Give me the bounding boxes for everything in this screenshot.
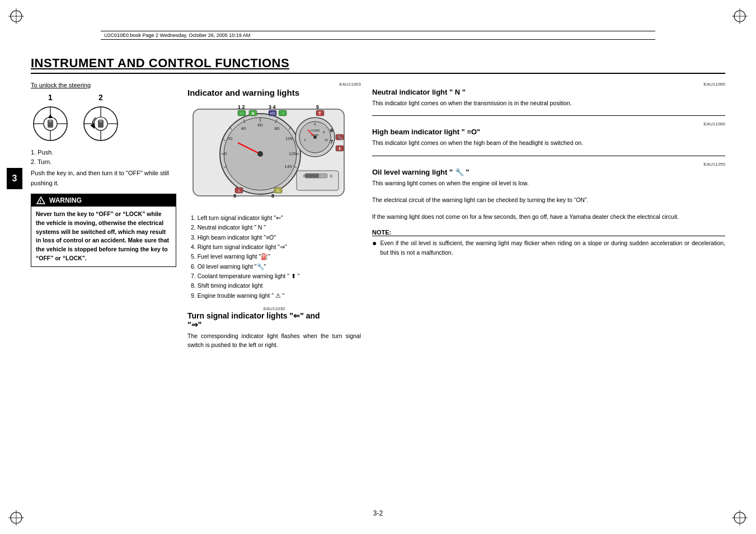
- note-text: Even if the oil level is sufficient, the…: [380, 238, 725, 257]
- svg-text:⚠: ⚠: [237, 189, 241, 193]
- highbeam-heading: High beam indicator light " ≡O": [372, 128, 725, 136]
- indicator-list: 1. Left turn signal indicator light "⇐" …: [187, 213, 361, 301]
- highbeam-desc: This indicator light comes on when the h…: [372, 138, 725, 147]
- page-number: 3-2: [373, 509, 383, 517]
- svg-text:20: 20: [228, 136, 233, 141]
- dashboard-wrap: 60 80 100 120 140 40 20 0 ×1000 r/min: [187, 101, 361, 209]
- neutral-section: EAU11060 Neutral indicator light " N " T…: [372, 82, 725, 107]
- svg-text:120: 120: [289, 151, 297, 156]
- top-info-bar: U2C010E0.book Page 2 Wednesday, October …: [101, 31, 655, 40]
- svg-text:10: 10: [325, 138, 328, 142]
- svg-text:≡O: ≡O: [270, 111, 275, 115]
- turn-signal-title: Turn signal indicator lights "⇐" and"⇒": [187, 311, 361, 329]
- steering-diagram-2: [81, 104, 120, 143]
- warning-header: ! WARNING: [31, 194, 176, 207]
- svg-text:9: 9: [233, 193, 236, 199]
- svg-text:0: 0: [224, 151, 227, 156]
- svg-text:!: !: [40, 199, 41, 204]
- turn-signal-body: The corresponding indicator light flashe…: [187, 331, 361, 350]
- right-column: EAU11060 Neutral indicator light " N " T…: [372, 82, 725, 349]
- warning-label: WARNING: [49, 196, 82, 204]
- list-item: 3. High beam indicator light "≡O": [189, 233, 361, 242]
- note-section: NOTE: ● Even if the oil level is suffici…: [372, 229, 725, 257]
- svg-text:←: ←: [240, 111, 244, 116]
- list-item: 7. Coolant temperature warning light " ⬆…: [189, 271, 361, 281]
- svg-point-54: [257, 151, 263, 157]
- svg-text:60: 60: [258, 123, 263, 128]
- indicator-title: Indicator and warning lights: [187, 88, 361, 97]
- svg-text:🔧: 🔧: [337, 135, 342, 140]
- left-column: To unlock the steering 1: [31, 82, 176, 349]
- oil-section: EAU11250 Oil level warning light " 🔧 " T…: [372, 162, 725, 222]
- reg-mark-tl: [8, 8, 24, 24]
- list-item: 9. Engine trouble warning light " ⚠ ": [189, 291, 361, 301]
- steering-img-1: 1: [31, 93, 70, 143]
- list-item: 4. Right turn signal indicator light "⇒": [189, 242, 361, 252]
- divider-2: [372, 156, 725, 156]
- steering-diagram-1: [31, 104, 70, 143]
- push-turn-text: Push the key in, and then turn it to "OF…: [31, 168, 176, 188]
- steering-title: To unlock the steering: [31, 82, 176, 88]
- warning-box: ! WARNING Never turn the key to “OFF” or…: [31, 194, 176, 267]
- oil-ref: EAU11250: [372, 162, 725, 167]
- svg-text:140: 140: [284, 164, 292, 169]
- svg-text:5: 5: [316, 104, 319, 110]
- steering-img-2: 2: [81, 93, 120, 143]
- highbeam-ref: EAU11080: [372, 121, 725, 127]
- section-title: INSTRUMENT AND CONTROL FUNCTIONS: [31, 56, 725, 74]
- svg-rect-69: [305, 174, 319, 178]
- note-item: ● Even if the oil level is sufficient, t…: [372, 238, 725, 257]
- svg-text:40: 40: [241, 126, 246, 131]
- svg-text:6: 6: [330, 128, 333, 133]
- oil-desc-2: The electrical circuit of the warning li…: [372, 195, 725, 204]
- list-item: 8. Shift timing indicator light: [189, 281, 361, 291]
- svg-text:S: S: [277, 189, 280, 193]
- svg-text:80: 80: [275, 126, 280, 131]
- steering-images: 1 2: [31, 93, 176, 143]
- warning-body-text: Never turn the key to “OFF” or “LOCK” wh…: [31, 207, 176, 266]
- svg-point-19: [49, 119, 52, 123]
- svg-text:3 4: 3 4: [269, 104, 276, 110]
- svg-point-28: [99, 119, 102, 123]
- dashboard-diagram: 60 80 100 120 140 40 20 0 ×1000 r/min: [187, 101, 350, 207]
- main-content: INSTRUMENT AND CONTROL FUNCTIONS To unlo…: [31, 56, 725, 503]
- middle-column: EAU11003 Indicator and warning lights: [187, 82, 361, 349]
- neutral-heading: Neutral indicator light " N ": [372, 88, 725, 96]
- chapter-tab: 3: [7, 168, 22, 189]
- note-label: NOTE:: [372, 229, 725, 236]
- reg-mark-bl: [8, 510, 24, 526]
- list-item: 1. Left turn signal indicator light "⇐": [189, 213, 361, 223]
- svg-text:8: 8: [271, 193, 274, 199]
- list-item: 2. Neutral indicator light " N ": [189, 223, 361, 232]
- svg-text:×1000: ×1000: [311, 129, 321, 132]
- warning-triangle-icon: !: [36, 196, 46, 205]
- svg-text:1 2: 1 2: [238, 104, 245, 110]
- divider-1: [372, 115, 725, 116]
- svg-text:100: 100: [285, 136, 293, 141]
- oil-desc-1: This warning light comes on when the eng…: [372, 179, 725, 188]
- svg-text:⬆: ⬆: [338, 147, 341, 151]
- neutral-ref: EAU11060: [372, 82, 725, 87]
- reg-mark-tr: [732, 8, 748, 24]
- columns-layout: To unlock the steering 1: [31, 82, 725, 349]
- highbeam-section: EAU11080 High beam indicator light " ≡O"…: [372, 121, 725, 147]
- eau-ref-1: EAU11003: [187, 82, 361, 87]
- bullet-icon: ●: [372, 238, 377, 257]
- push-instruction: 1. Push. 2. Turn.: [31, 148, 176, 166]
- svg-text:⛽: ⛽: [318, 111, 323, 116]
- oil-desc-3: If the warning light does not come on fo…: [372, 212, 725, 221]
- turn-signal-ref: EAU11030: [187, 306, 361, 311]
- svg-text:N: N: [251, 111, 254, 115]
- svg-text:E: E: [330, 174, 333, 178]
- svg-marker-20: [48, 114, 53, 118]
- img-label-2: 2: [98, 93, 103, 102]
- list-item: 6. Oil level warning light "🔧": [189, 262, 361, 271]
- svg-text:7: 7: [330, 139, 333, 144]
- list-item: 5. Fuel level warning light "⛽": [189, 252, 361, 261]
- oil-heading: Oil level warning light " 🔧 ": [372, 168, 725, 176]
- neutral-desc: This indicator light comes on when the t…: [372, 99, 725, 107]
- img-label-1: 1: [48, 93, 53, 102]
- reg-mark-br: [732, 510, 748, 526]
- svg-point-64: [313, 135, 317, 139]
- svg-text:→: →: [280, 111, 285, 116]
